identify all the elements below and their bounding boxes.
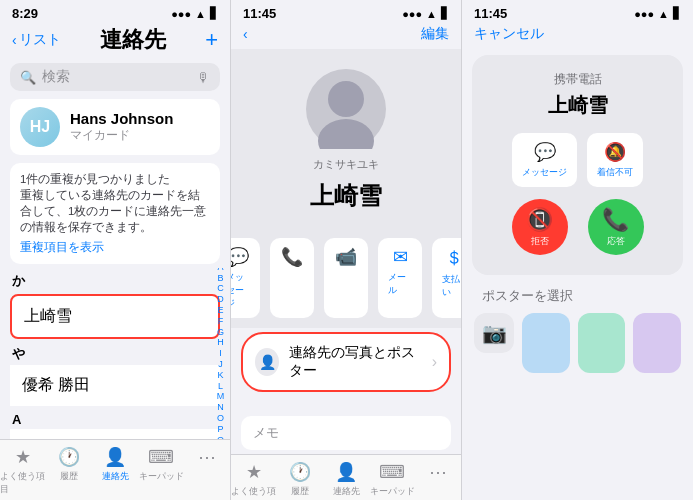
call-action-buttons: 💬 メッセージ 🔕 着信不可	[512, 133, 643, 187]
battery-icon-2: ▋	[441, 7, 449, 20]
duplicate-link[interactable]: 重複項目を表示	[20, 239, 210, 256]
video-icon: 📹	[335, 246, 357, 268]
tab-contacts-2[interactable]: 👤 連絡先	[323, 461, 369, 500]
message-action-button[interactable]: 💬 メッセージ	[231, 238, 260, 318]
time-1: 8:29	[12, 6, 38, 21]
mic-icon[interactable]: 🎙	[197, 70, 210, 85]
my-card-sub: マイカード	[70, 127, 173, 144]
contact-ruby: カミサキユキ	[313, 157, 379, 172]
my-card[interactable]: HJ Hans Johnson マイカード	[10, 99, 220, 155]
index-bar[interactable]: あ か さ た な は ま や ら わ A B C D E F G H I J …	[213, 268, 228, 439]
call-dnd-button[interactable]: 🔕 着信不可	[587, 133, 643, 187]
contacts-panel: 8:29 ●●● ▲ ▋ ‹ リスト 連絡先 + 🔍 検索 🎙 HJ Hans …	[0, 0, 231, 500]
cancel-button[interactable]: キャンセル	[474, 25, 544, 43]
tab-more-2[interactable]: ⋯	[415, 461, 461, 500]
back-button-2[interactable]: ‹	[243, 26, 248, 42]
status-bar-3: 11:45 ●●● ▲ ▋	[462, 0, 693, 23]
poster-camera-button[interactable]: 📷	[474, 313, 514, 353]
photo-poster-label: 連絡先の写真とポスター	[289, 344, 422, 380]
status-bar-1: 8:29 ●●● ▲ ▋	[0, 0, 230, 23]
keypad-icon-2: ⌨	[379, 461, 405, 483]
tab-contacts[interactable]: 👤 連絡先	[92, 446, 138, 496]
contact-detail-panel: 11:45 ●●● ▲ ▋ ‹ 編集 カミサキユキ 上崎雪 💬 メッセージ 📞	[231, 0, 462, 500]
time-2: 11:45	[243, 6, 276, 21]
message-label: メッセージ	[231, 271, 250, 310]
tab-keypad-2[interactable]: ⌨ キーパッド	[369, 461, 415, 500]
chevron-right-icon: ›	[432, 353, 437, 371]
list-item[interactable]: 上崎雪	[10, 294, 220, 339]
tab-recents-2[interactable]: 🕐 履歴	[277, 461, 323, 500]
phone-icon: 📞	[281, 246, 303, 268]
tab-fav-label-2: よく使う項目	[231, 485, 277, 500]
poster-option-teal[interactable]	[578, 313, 626, 373]
battery-icon: ▋	[210, 7, 218, 20]
poster-option-blue[interactable]	[522, 313, 570, 373]
accept-icon: 📞	[602, 207, 629, 233]
call-message-label: メッセージ	[522, 166, 567, 179]
battery-icon-3: ▋	[673, 7, 681, 20]
nav-bar-1: ‹ リスト 連絡先 +	[0, 23, 230, 59]
call-message-icon: 💬	[534, 141, 556, 163]
tab-more[interactable]: ⋯	[184, 446, 230, 496]
contact-hero: カミサキユキ 上崎雪	[231, 49, 461, 228]
tab-rec-label-2: 履歴	[291, 485, 309, 498]
signal-icon-3: ●●●	[634, 8, 654, 20]
photo-poster-row[interactable]: 👤 連絡先の写真とポスター ›	[241, 332, 451, 392]
duplicate-warning: 1件の重複が見つかりました重複している連絡先のカードを結合して、1枚のカードに連…	[10, 163, 220, 264]
email-action-button[interactable]: ✉ メール	[378, 238, 422, 318]
decline-icon: 📵	[526, 207, 553, 233]
contacts-icon-2: 👤	[335, 461, 357, 483]
email-label: メール	[388, 271, 412, 297]
video-action-button[interactable]: 📹	[324, 238, 368, 318]
poster-option-purple[interactable]	[633, 313, 681, 373]
tab-bar-1: ★ よく使う項目 🕐 履歴 👤 連絡先 ⌨ キーパッド ⋯	[0, 439, 230, 500]
memo-label: メモ	[253, 425, 279, 440]
accept-label: 応答	[607, 235, 625, 248]
contacts-list: か 上崎雪 や 優希 勝田 A Aki Albee Anthea	[0, 268, 230, 439]
call-dnd-label: 着信不可	[597, 166, 633, 179]
status-icons-2: ●●● ▲ ▋	[402, 7, 449, 20]
call-type-label: 携帯電話	[554, 71, 602, 88]
back-button-1[interactable]: ‹ リスト	[12, 31, 61, 49]
call-action-button[interactable]: 📞	[270, 238, 314, 318]
call-message-button[interactable]: 💬 メッセージ	[512, 133, 577, 187]
page-title-1: 連絡先	[100, 25, 166, 55]
search-bar[interactable]: 🔍 検索 🎙	[10, 63, 220, 91]
pay-icon: ＄	[445, 246, 462, 270]
add-contact-button[interactable]: +	[205, 27, 218, 53]
poster-section-label: ポスターを選択	[462, 281, 693, 309]
call-card: 携帯電話 上崎雪 💬 メッセージ 🔕 着信不可 📵 拒否 📞 応答	[472, 55, 683, 275]
phone-action-buttons: 📵 拒否 📞 応答	[512, 199, 644, 255]
pay-action-button[interactable]: ＄ 支払い	[432, 238, 462, 318]
section-header-a: A	[0, 408, 230, 429]
edit-button[interactable]: 編集	[421, 25, 449, 43]
nav-bar-2: ‹ 編集	[231, 23, 461, 49]
search-input[interactable]: 検索	[42, 68, 191, 86]
list-item[interactable]: Aki	[10, 429, 220, 439]
contacts-list-container: か 上崎雪 や 優希 勝田 A Aki Albee Anthea あ か	[0, 268, 230, 439]
incoming-call-panel: 11:45 ●●● ▲ ▋ キャンセル 携帯電話 上崎雪 💬 メッセージ 🔕 着…	[462, 0, 693, 500]
tab-favorites-label: よく使う項目	[0, 470, 46, 496]
wifi-icon-3: ▲	[658, 8, 669, 20]
contact-name: 優希 勝田	[22, 375, 90, 396]
tab-keypad-label: キーパッド	[139, 470, 184, 483]
tab-recents[interactable]: 🕐 履歴	[46, 446, 92, 496]
signal-icon: ●●●	[171, 8, 191, 20]
tab-con-label-2: 連絡先	[333, 485, 360, 498]
tab-bar-2: ★ よく使う項目 🕐 履歴 👤 連絡先 ⌨ キーパッド ⋯	[231, 454, 461, 500]
camera-icon: 📷	[482, 321, 507, 345]
decline-button[interactable]: 📵 拒否	[512, 199, 568, 255]
tab-favorites[interactable]: ★ よく使う項目	[0, 446, 46, 496]
tab-keypad[interactable]: ⌨ キーパッド	[138, 446, 184, 496]
contact-name: 上崎雪	[24, 306, 72, 327]
pay-label: 支払い	[442, 273, 462, 299]
contacts-icon: 👤	[104, 446, 126, 468]
memo-section[interactable]: メモ	[241, 416, 451, 450]
list-item[interactable]: 優希 勝田	[10, 365, 220, 407]
accept-button[interactable]: 📞 応答	[588, 199, 644, 255]
decline-label: 拒否	[531, 235, 549, 248]
tab-recents-label: 履歴	[60, 470, 78, 483]
wifi-icon: ▲	[195, 8, 206, 20]
tab-favorites-2[interactable]: ★ よく使う項目	[231, 461, 277, 500]
section-header-ya: や	[0, 341, 230, 365]
